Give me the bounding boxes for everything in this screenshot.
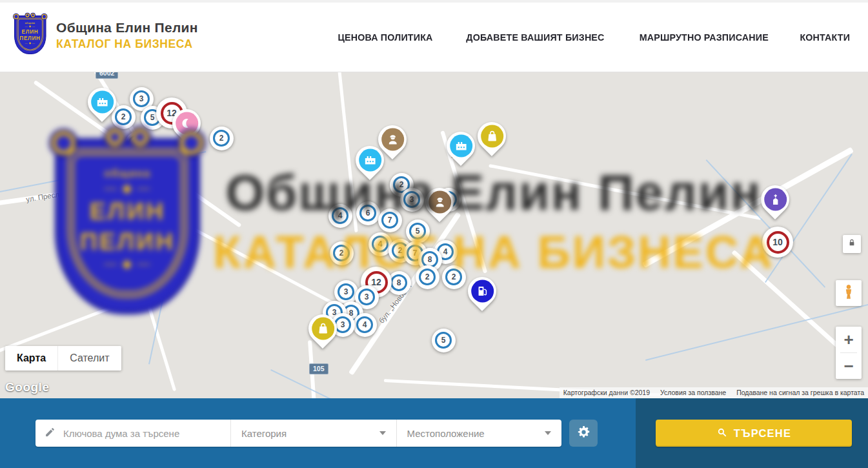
attribution-terms-link[interactable]: Условия за ползване — [660, 389, 726, 396]
cluster-marker[interactable]: 2 — [210, 127, 234, 150]
nav-add-your-business[interactable]: ДОБАВЕТЕ ВАШИЯТ БИЗНЕС — [466, 32, 604, 43]
location-select-label: Местоположение — [407, 428, 485, 439]
zoom-control: + − — [836, 327, 862, 379]
chevron-down-icon — [379, 431, 386, 435]
search-panel: Категория Местоположение ТЪРСЕНЕ — [0, 398, 868, 468]
watermark-emblem: община ЕЛИН ПЕЛИН — [55, 138, 201, 316]
pegman-icon — [840, 283, 857, 303]
emblem-ornament — [25, 25, 35, 28]
bag-pin[interactable] — [478, 122, 506, 150]
church-pin[interactable] — [761, 185, 789, 214]
site-title: Община Елин Пелин — [56, 20, 198, 36]
padlock-icon — [847, 238, 857, 250]
search-icon — [716, 427, 727, 440]
cluster-marker[interactable]: 4 — [328, 204, 352, 228]
search-bar: Категория Местоположение — [35, 420, 561, 447]
google-logo[interactable]: Google — [5, 380, 49, 394]
lock-button[interactable] — [843, 235, 861, 253]
road-label: ул. Преслав — [25, 189, 68, 203]
map-watermark: Община Елин Пелин КАТАЛОГ НА БИЗНЕСА — [203, 167, 784, 278]
cluster-marker[interactable]: 3 — [334, 280, 358, 304]
site-header: община ЕЛИН ПЕЛИН Община Елин Пелин КАТА… — [0, 0, 868, 72]
map-canvas[interactable]: ул. Преславбул. „Новоселции6002105 32512… — [0, 72, 868, 398]
moon-pin[interactable] — [172, 109, 201, 137]
nav-contacts[interactable]: КОНТАКТИ — [800, 32, 850, 43]
cluster-marker[interactable]: 3 — [125, 132, 149, 156]
site-logo[interactable]: община ЕЛИН ПЕЛИН Община Елин Пелин КАТА… — [14, 15, 198, 57]
road-line — [0, 178, 160, 206]
page: община ЕЛИН ПЕЛИН Община Елин Пелин КАТА… — [0, 0, 868, 468]
road-line — [0, 287, 161, 352]
road-shield: 6002 — [96, 72, 118, 79]
cluster-marker[interactable]: 10 — [762, 227, 793, 258]
factory-pin[interactable] — [447, 132, 475, 160]
location-select[interactable]: Местоположение — [397, 420, 562, 447]
cluster-marker[interactable]: 2 — [330, 241, 354, 265]
chevron-down-icon — [545, 431, 551, 435]
map-type-map-button[interactable]: Карта — [5, 346, 57, 371]
gear-icon — [577, 425, 590, 442]
watermark-line1: Община Елин Пелин — [203, 167, 784, 219]
cluster-marker[interactable]: 5 — [406, 219, 430, 243]
cluster-marker[interactable]: 3 — [400, 188, 424, 212]
emblem-ornament — [25, 42, 35, 45]
category-select-label: Категория — [241, 428, 287, 439]
cluster-marker[interactable]: 2 — [416, 265, 439, 289]
map-type-control: Карта Сателит — [5, 346, 121, 371]
pencil-icon — [45, 427, 56, 440]
site-subtitle: КАТАЛОГ НА БИЗНЕСА — [56, 37, 198, 51]
street-view-pegman[interactable] — [836, 280, 862, 306]
main-nav: ЦЕНОВА ПОЛИТИКА ДОБАВЕТЕ ВАШИЯТ БИЗНЕС М… — [334, 3, 852, 72]
emblem-name-line2: ПЕЛИН — [20, 35, 41, 41]
municipality-emblem-icon: община ЕЛИН ПЕЛИН — [14, 15, 48, 57]
nav-route-schedule[interactable]: МАРШРУТНО РАЗПИСАНИЕ — [640, 32, 769, 43]
road-line — [192, 227, 342, 309]
advanced-search-button[interactable] — [569, 420, 598, 447]
fuel-pin[interactable] — [468, 277, 496, 305]
zoom-out-button[interactable]: − — [836, 353, 862, 379]
map-type-satellite-button[interactable]: Сателит — [57, 346, 121, 371]
road-line — [731, 250, 845, 352]
map-attribution: Картографски данни ©2019 Условия за полз… — [560, 387, 868, 398]
emblem-top-text: община — [25, 22, 35, 25]
attribution-report-link[interactable]: Подаване на сигнал за грешка в картата — [736, 389, 864, 396]
keyword-field — [35, 420, 230, 447]
attribution-copyright: Картографски данни ©2019 — [563, 389, 650, 396]
cluster-marker[interactable]: 6 — [356, 201, 380, 225]
search-button[interactable]: ТЪРСЕНЕ — [656, 420, 852, 447]
category-select[interactable]: Категория — [231, 420, 396, 447]
road-shield: 105 — [309, 363, 328, 374]
road-line — [642, 147, 854, 268]
zoom-in-button[interactable]: + — [836, 327, 862, 352]
cluster-marker[interactable]: 5 — [432, 329, 456, 352]
road-line — [142, 289, 176, 391]
cluster-marker[interactable]: 4 — [353, 313, 377, 337]
bag-pin[interactable] — [308, 314, 337, 343]
worker-pin[interactable] — [425, 188, 454, 216]
road-line — [489, 164, 762, 220]
search-button-label: ТЪРСЕНЕ — [734, 427, 791, 440]
cluster-marker[interactable]: 7 — [378, 209, 402, 232]
factory-pin[interactable] — [356, 146, 384, 174]
factory-pin[interactable] — [88, 88, 116, 116]
emblem-name-line1: ЕЛИН — [22, 28, 39, 34]
nav-pricing-policy[interactable]: ЦЕНОВА ПОЛИТИКА — [338, 32, 432, 43]
cluster-marker[interactable]: 2 — [442, 265, 466, 289]
waterway-line — [645, 303, 868, 361]
keyword-input[interactable] — [62, 427, 220, 440]
